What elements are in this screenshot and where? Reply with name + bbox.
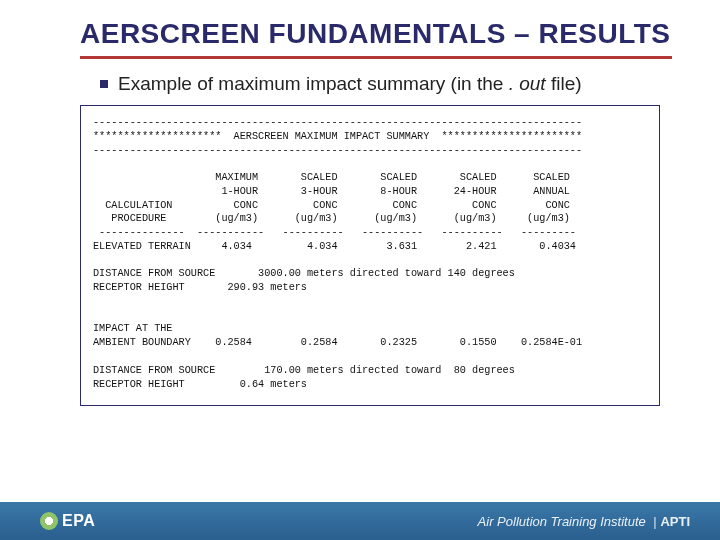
apti-short: APTI bbox=[660, 514, 690, 529]
title-underline bbox=[80, 56, 672, 59]
subtitle-emph: . out bbox=[509, 73, 546, 94]
out-header1: MAXIMUM SCALED SCALED SCALED SCALED bbox=[93, 172, 570, 183]
out-row2-values: 0.2584 0.2584 0.2325 0.1550 0.2584E-01 bbox=[191, 337, 582, 348]
subtitle-prefix: Example of maximum impact summary (in th… bbox=[118, 73, 509, 94]
out-header-rule: -------------- ----------- ---------- --… bbox=[93, 227, 576, 238]
out-row2-label1: IMPACT AT THE bbox=[93, 323, 172, 334]
out-banner: ********************* AERSCREEN MAXIMUM … bbox=[93, 131, 582, 142]
slide: AERSCREEN FUNDAMENTALS – RESULTS Example… bbox=[0, 0, 720, 540]
bullet-icon bbox=[100, 80, 108, 88]
out-recpt1: RECEPTOR HEIGHT 290.93 meters bbox=[93, 282, 307, 293]
out-dist1: DISTANCE FROM SOURCE 3000.00 meters dire… bbox=[93, 268, 515, 279]
out-recpt2: RECEPTOR HEIGHT 0.64 meters bbox=[93, 379, 307, 390]
out-row2-label2: AMBIENT BOUNDARY bbox=[93, 337, 191, 348]
out-hr1: ----------------------------------------… bbox=[93, 117, 582, 128]
out-row1-values: 4.034 4.034 3.631 2.421 0.4034 bbox=[191, 241, 576, 252]
footer-bar: EPA Air Pollution Training Institute | A… bbox=[0, 502, 720, 540]
out-hr2: ----------------------------------------… bbox=[93, 145, 582, 156]
slide-title: AERSCREEN FUNDAMENTALS – RESULTS bbox=[0, 0, 720, 54]
output-box: ----------------------------------------… bbox=[80, 105, 660, 406]
apti-full: Air Pollution Training Institute bbox=[478, 514, 646, 529]
footer-apti: Air Pollution Training Institute | APTI bbox=[478, 514, 690, 529]
epa-logo: EPA bbox=[40, 512, 95, 530]
apti-bar: | bbox=[653, 514, 656, 529]
out-row1-label: ELEVATED TERRAIN bbox=[93, 241, 191, 252]
epa-text: EPA bbox=[62, 512, 95, 530]
slide-subtitle: Example of maximum impact summary (in th… bbox=[0, 67, 720, 105]
epa-flower-icon bbox=[40, 512, 58, 530]
out-header3: CALCULATION CONC CONC CONC CONC CONC bbox=[93, 200, 570, 211]
out-dist2: DISTANCE FROM SOURCE 170.00 meters direc… bbox=[93, 365, 515, 376]
out-header4: PROCEDURE (ug/m3) (ug/m3) (ug/m3) (ug/m3… bbox=[93, 213, 570, 224]
out-header2: 1-HOUR 3-HOUR 8-HOUR 24-HOUR ANNUAL bbox=[93, 186, 570, 197]
subtitle-suffix: file) bbox=[546, 73, 582, 94]
